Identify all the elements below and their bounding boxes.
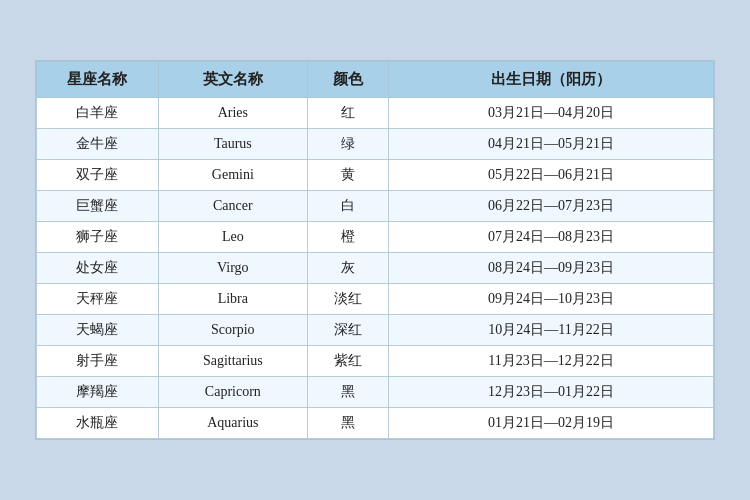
cell-color: 红 — [307, 98, 388, 129]
cell-chinese: 双子座 — [37, 160, 159, 191]
cell-date: 01月21日—02月19日 — [389, 408, 714, 439]
cell-english: Scorpio — [158, 315, 307, 346]
cell-color: 黄 — [307, 160, 388, 191]
cell-date: 04月21日—05月21日 — [389, 129, 714, 160]
header-date: 出生日期（阳历） — [389, 62, 714, 98]
cell-english: Aquarius — [158, 408, 307, 439]
header-color: 颜色 — [307, 62, 388, 98]
cell-english: Sagittarius — [158, 346, 307, 377]
cell-color: 紫红 — [307, 346, 388, 377]
table-header-row: 星座名称 英文名称 颜色 出生日期（阳历） — [37, 62, 714, 98]
cell-date: 08月24日—09月23日 — [389, 253, 714, 284]
cell-color: 深红 — [307, 315, 388, 346]
cell-color: 白 — [307, 191, 388, 222]
table-row: 天秤座Libra淡红09月24日—10月23日 — [37, 284, 714, 315]
cell-chinese: 巨蟹座 — [37, 191, 159, 222]
cell-date: 09月24日—10月23日 — [389, 284, 714, 315]
cell-chinese: 狮子座 — [37, 222, 159, 253]
cell-color: 淡红 — [307, 284, 388, 315]
cell-color: 绿 — [307, 129, 388, 160]
cell-english: Virgo — [158, 253, 307, 284]
zodiac-table: 星座名称 英文名称 颜色 出生日期（阳历） 白羊座Aries红03月21日—04… — [36, 61, 714, 439]
table-row: 巨蟹座Cancer白06月22日—07月23日 — [37, 191, 714, 222]
table-row: 天蝎座Scorpio深红10月24日—11月22日 — [37, 315, 714, 346]
cell-color: 橙 — [307, 222, 388, 253]
table-row: 双子座Gemini黄05月22日—06月21日 — [37, 160, 714, 191]
cell-english: Cancer — [158, 191, 307, 222]
cell-chinese: 白羊座 — [37, 98, 159, 129]
cell-date: 11月23日—12月22日 — [389, 346, 714, 377]
cell-date: 12月23日—01月22日 — [389, 377, 714, 408]
cell-date: 10月24日—11月22日 — [389, 315, 714, 346]
table-row: 处女座Virgo灰08月24日—09月23日 — [37, 253, 714, 284]
cell-chinese: 金牛座 — [37, 129, 159, 160]
cell-color: 黑 — [307, 408, 388, 439]
cell-color: 黑 — [307, 377, 388, 408]
cell-english: Taurus — [158, 129, 307, 160]
cell-date: 03月21日—04月20日 — [389, 98, 714, 129]
cell-chinese: 摩羯座 — [37, 377, 159, 408]
table-row: 射手座Sagittarius紫红11月23日—12月22日 — [37, 346, 714, 377]
header-english: 英文名称 — [158, 62, 307, 98]
cell-date: 05月22日—06月21日 — [389, 160, 714, 191]
cell-chinese: 天秤座 — [37, 284, 159, 315]
cell-color: 灰 — [307, 253, 388, 284]
table-row: 水瓶座Aquarius黑01月21日—02月19日 — [37, 408, 714, 439]
cell-date: 06月22日—07月23日 — [389, 191, 714, 222]
table-row: 狮子座Leo橙07月24日—08月23日 — [37, 222, 714, 253]
cell-chinese: 射手座 — [37, 346, 159, 377]
cell-english: Leo — [158, 222, 307, 253]
header-chinese: 星座名称 — [37, 62, 159, 98]
cell-chinese: 天蝎座 — [37, 315, 159, 346]
cell-english: Capricorn — [158, 377, 307, 408]
cell-english: Libra — [158, 284, 307, 315]
table-row: 金牛座Taurus绿04月21日—05月21日 — [37, 129, 714, 160]
cell-chinese: 水瓶座 — [37, 408, 159, 439]
table-body: 白羊座Aries红03月21日—04月20日金牛座Taurus绿04月21日—0… — [37, 98, 714, 439]
cell-english: Gemini — [158, 160, 307, 191]
table-row: 白羊座Aries红03月21日—04月20日 — [37, 98, 714, 129]
table-row: 摩羯座Capricorn黑12月23日—01月22日 — [37, 377, 714, 408]
zodiac-table-container: 星座名称 英文名称 颜色 出生日期（阳历） 白羊座Aries红03月21日—04… — [35, 60, 715, 440]
cell-chinese: 处女座 — [37, 253, 159, 284]
cell-date: 07月24日—08月23日 — [389, 222, 714, 253]
cell-english: Aries — [158, 98, 307, 129]
